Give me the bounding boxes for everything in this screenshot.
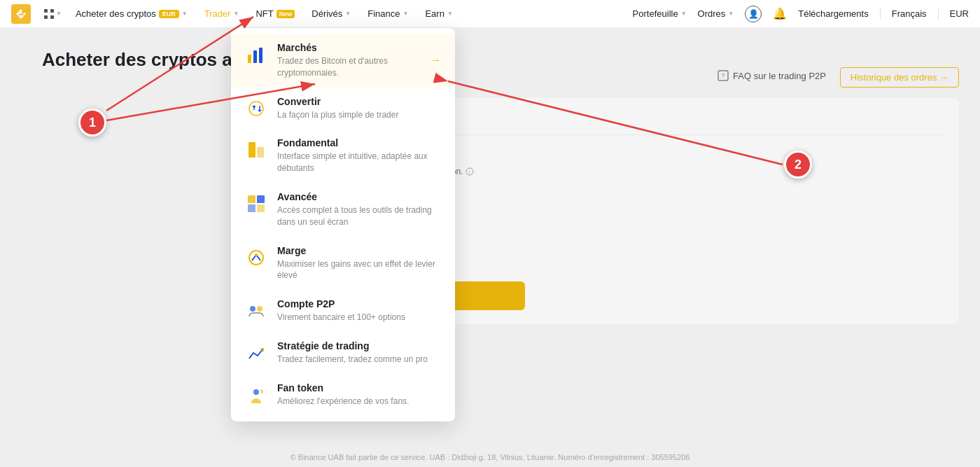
langue-selector[interactable]: Français (892, 8, 927, 19)
dropdown-overlay[interactable] (0, 28, 980, 467)
marches-icon (245, 43, 267, 66)
menu-item-fan-token[interactable]: Fan token Améliorez l'expérience de vos … (231, 374, 455, 416)
marches-text: Marchés Tradez des Bitcoin et d'autres c… (277, 42, 420, 79)
svg-rect-15 (257, 147, 264, 158)
svg-rect-18 (248, 204, 255, 212)
strategie-icon (245, 342, 267, 364)
binance-logo-icon (11, 4, 31, 24)
marge-text: Marge Maximiser les gains avec un effet … (277, 245, 441, 282)
grid-chevron-icon: ▼ (56, 11, 62, 17)
menu-item-marge[interactable]: Marge Maximiser les gains avec un effet … (231, 237, 455, 291)
menu-item-fondamental[interactable]: Fondamental Interface simple et intuitiv… (231, 129, 455, 183)
nav-item-nft[interactable]: NFT New (248, 0, 302, 28)
svg-rect-17 (257, 195, 265, 203)
svg-point-24 (253, 389, 259, 395)
fondamental-icon (245, 139, 267, 161)
trader-chevron-icon: ▼ (234, 11, 239, 17)
earn-chevron-icon: ▼ (447, 11, 453, 17)
marches-arrow-icon: → (430, 54, 441, 67)
nav-item-trader[interactable]: Trader ▼ (197, 0, 246, 28)
divider (880, 8, 881, 20)
ordres-chevron-icon: ▼ (728, 11, 734, 17)
svg-point-20 (249, 251, 263, 265)
strategie-text: Stratégie de trading Tradez facilement, … (277, 340, 441, 365)
menu-item-strategie[interactable]: Stratégie de trading Tradez facilement, … (231, 332, 455, 374)
svg-rect-4 (50, 15, 54, 19)
svg-point-21 (255, 253, 258, 256)
svg-rect-1 (44, 9, 48, 13)
svg-rect-12 (259, 48, 262, 63)
menu-item-p2p[interactable]: Compte P2P Virement bancaire et 100+ opt… (231, 290, 455, 332)
avancee-text: Avancée Accès complet à tous les outils … (277, 191, 441, 228)
divider2 (938, 8, 939, 20)
svg-point-22 (250, 306, 255, 312)
svg-rect-11 (253, 50, 257, 63)
fan-token-icon (245, 384, 267, 406)
svg-rect-3 (44, 15, 48, 19)
fan-token-text: Fan token Améliorez l'expérience de vos … (277, 382, 441, 407)
menu-item-convertir[interactable]: Convertir La façon la plus simple de tra… (231, 88, 455, 130)
finance-chevron-icon: ▼ (403, 11, 409, 17)
svg-rect-10 (248, 55, 251, 63)
convertir-icon (245, 97, 267, 120)
svg-point-23 (257, 306, 262, 312)
new-badge: New (276, 10, 295, 18)
menu-item-avancee[interactable]: Avancée Accès complet à tous les outils … (231, 183, 455, 237)
grid-icon (43, 8, 55, 20)
p2p-text: Compte P2P Virement bancaire et 100+ opt… (277, 298, 441, 323)
ordres-menu[interactable]: Ordres ▼ (698, 8, 734, 19)
marge-icon (245, 246, 267, 269)
svg-point-13 (249, 102, 263, 116)
telechargements-link[interactable]: Téléchargements (798, 8, 868, 19)
navbar-right: Portefeuille ▼ Ordres ▼ 👤 🔔 Téléchargeme… (633, 6, 969, 22)
logo[interactable] (11, 4, 31, 24)
convertir-text: Convertir La façon la plus simple de tra… (277, 96, 441, 121)
trader-dropdown-menu: Marchés Tradez des Bitcoin et d'autres c… (231, 28, 455, 421)
svg-rect-19 (257, 204, 265, 212)
user-icon[interactable]: 👤 (745, 6, 762, 22)
nav-item-finance[interactable]: Finance ▼ (360, 0, 415, 28)
grid-menu-button[interactable]: ▼ (39, 6, 66, 22)
svg-rect-2 (50, 9, 54, 13)
avancee-icon (245, 193, 267, 215)
nav-item-acheter[interactable]: Acheter des cryptos EUR ▼ (69, 0, 195, 28)
svg-rect-14 (248, 142, 255, 158)
derives-chevron-icon: ▼ (345, 11, 351, 17)
portefeuille-chevron-icon: ▼ (681, 11, 687, 17)
navbar: ▼ Acheter des cryptos EUR ▼ Trader ▼ NFT… (0, 0, 980, 28)
acheter-chevron-icon: ▼ (182, 11, 188, 17)
p2p-icon (245, 300, 267, 322)
svg-rect-16 (248, 195, 255, 203)
menu-item-marches[interactable]: Marchés Tradez des Bitcoin et d'autres c… (231, 34, 455, 88)
notification-bell-icon[interactable]: 🔔 (773, 7, 787, 20)
nav-item-derives[interactable]: Dérivés ▼ (304, 0, 358, 28)
eur-badge: EUR (159, 10, 179, 18)
portefeuille-menu[interactable]: Portefeuille ▼ (633, 8, 687, 19)
fondamental-text: Fondamental Interface simple et intuitiv… (277, 137, 441, 174)
devise-selector[interactable]: EUR (950, 8, 969, 19)
nav-item-earn[interactable]: Earn ▼ (418, 0, 459, 28)
